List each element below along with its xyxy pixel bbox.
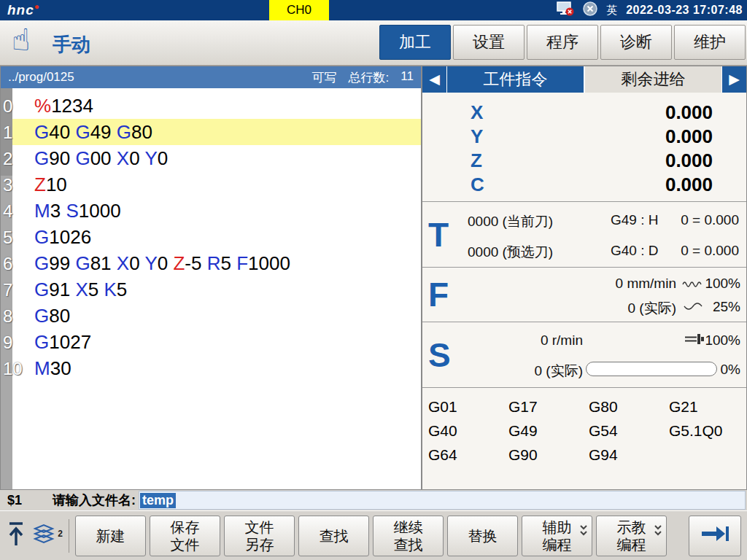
editor-lines: 0%12341G40 G49 G802G90 G00 X0 Y03Z104M3 …	[1, 88, 421, 381]
line-code: G40 G49 G80	[34, 121, 152, 143]
replace-button[interactable]: 替换	[447, 516, 518, 556]
d-comp-value: 0 = 0.000	[681, 243, 739, 259]
spindle-icon	[684, 332, 705, 349]
spindle-speed: 0 r/min	[541, 332, 583, 349]
line-code: G90 G00 X0 Y0	[34, 147, 168, 169]
spindle-load: 0%	[721, 362, 740, 378]
editor-line[interactable]: 4M3 S1000	[1, 198, 421, 224]
find-next-button[interactable]: 继续 查找	[373, 516, 444, 556]
axis-name: C	[471, 174, 484, 196]
teach-programming-button[interactable]: 示教 编程	[596, 516, 667, 556]
status-header: ◀ 工件指令 剩余进给 ▶	[422, 66, 746, 93]
line-number: 7	[3, 277, 12, 303]
editor-line[interactable]: 5G1026	[1, 224, 421, 250]
command-line: $1 请输入文件名: temp	[0, 490, 747, 510]
editor-line[interactable]: 10M30	[1, 355, 421, 381]
editor-line[interactable]: 6G99 G81 X0 Y0 Z-5 R5 F1000	[1, 250, 421, 276]
tab-settings[interactable]: 设置	[453, 25, 525, 60]
gcode-cell	[669, 446, 746, 464]
button-label: 继续	[394, 518, 423, 536]
menu-page-indicator: 2	[58, 529, 63, 539]
h-comp-value: 0 = 0.000	[681, 212, 739, 228]
circle-x-icon[interactable]	[583, 1, 597, 19]
line-code: %1234	[34, 95, 93, 117]
spindle-block: S 0 r/min 100% 0 (实际) 0%	[422, 322, 746, 388]
feed-rate: 0 mm/min	[616, 276, 676, 292]
channel-label: $1	[0, 493, 53, 508]
button-label: 编程	[617, 536, 646, 553]
filename-input[interactable]: temp	[139, 491, 746, 510]
save-as-button[interactable]: 文件 另存	[224, 516, 295, 556]
button-label: 新建	[96, 527, 125, 545]
double-chevron-icon	[654, 524, 662, 541]
button-label: 辅助	[543, 518, 572, 536]
axis-value: 0.000	[665, 149, 713, 172]
gcode-cell: G21	[669, 398, 746, 416]
toolbar-left-icons: 2	[0, 521, 61, 551]
axis-row: Y0.000	[422, 125, 746, 149]
axis-name: X	[471, 101, 483, 124]
line-number: 6	[3, 251, 12, 277]
mode-bar: ☝ 手动 加工 设置 程序 诊断 维护	[0, 20, 747, 66]
editor-line[interactable]: 9G1027	[1, 329, 421, 355]
gcode-cell: G01	[428, 398, 508, 416]
program-editor: ../prog/0125 可写 总行数: 11 0%12341G40 G49 G…	[0, 66, 422, 490]
axis-row: Z0.000	[422, 149, 746, 174]
gcode-cell: G49	[508, 422, 589, 440]
prev-page-icon[interactable]: ◀	[422, 66, 446, 93]
current-tool: 0000 (当前刀)	[468, 212, 553, 231]
input-language-indicator[interactable]: 英	[606, 4, 617, 18]
feed-actual-override: 25%	[713, 299, 740, 315]
selected-text[interactable]: temp	[140, 493, 176, 508]
return-top-icon[interactable]	[6, 521, 26, 551]
line-code: G1027	[34, 331, 91, 353]
total-lines-label: 总行数:	[349, 69, 390, 86]
menu-layers-icon[interactable]: 2	[32, 523, 57, 549]
preselect-tool: 0000 (预选刀)	[468, 243, 553, 262]
editor-line[interactable]: 0%1234	[1, 93, 421, 119]
tab-remaining-feed[interactable]: 剩余进给	[584, 66, 722, 93]
editor-line[interactable]: 3Z10	[1, 171, 421, 198]
tab-workpiece-command[interactable]: 工件指令	[446, 66, 584, 93]
tab-program[interactable]: 程序	[527, 25, 598, 60]
editor-body[interactable]: 0%12341G40 G49 G802G90 G00 X0 Y03Z104M3 …	[1, 88, 421, 489]
tab-maintenance[interactable]: 维护	[674, 25, 746, 60]
axes-position-block: X0.000 Y0.000 Z0.000 C0.000	[422, 93, 746, 202]
axis-row: X0.000	[422, 101, 746, 125]
editor-line[interactable]: 8G80	[1, 303, 421, 329]
next-menu-button[interactable]	[689, 516, 741, 556]
logo-text: hnc	[7, 2, 34, 18]
editor-line[interactable]: 7G91 X5 K5	[1, 276, 421, 303]
next-menu-arrow-icon	[700, 524, 730, 548]
find-button[interactable]: 查找	[298, 516, 369, 556]
axis-name: Y	[471, 125, 483, 148]
next-page-icon[interactable]: ▶	[722, 66, 746, 93]
filename-prompt: 请输入文件名:	[53, 491, 136, 509]
gcode-cell: G17	[508, 398, 589, 416]
line-number: 9	[3, 330, 12, 356]
spindle-load-bar	[586, 362, 717, 376]
editor-line[interactable]: 1G40 G49 G80	[1, 119, 421, 145]
manual-mode-hand-icon: ☝	[12, 22, 31, 58]
editor-meta: 可写 总行数: 11	[312, 69, 414, 86]
titlebar-status-cluster: 英 2022-03-23 17:07:48	[557, 0, 743, 20]
toolbar-separator	[69, 519, 69, 553]
gcode-cell: G90	[508, 446, 589, 464]
writable-flag: 可写	[312, 69, 337, 86]
status-panel: ◀ 工件指令 剩余进给 ▶ X0.000 Y0.000 Z0.000 C0.00…	[422, 66, 747, 490]
axis-value: 0.000	[665, 101, 713, 124]
softkey-toolbar: 2 新建 保存 文件 文件 另存 查找 继续 查找 替换 辅助	[0, 510, 747, 560]
tab-diagnosis[interactable]: 诊断	[600, 25, 672, 60]
new-file-button[interactable]: 新建	[75, 516, 146, 556]
network-offline-icon	[557, 1, 574, 20]
aux-programming-button[interactable]: 辅助 编程	[522, 516, 592, 556]
axis-row: C0.000	[422, 174, 746, 198]
editor-line[interactable]: 2G90 G00 X0 Y0	[1, 145, 421, 171]
save-file-button[interactable]: 保存 文件	[150, 516, 220, 556]
feed-override: 100%	[705, 276, 740, 292]
line-number: 2	[3, 146, 12, 172]
button-label: 编程	[543, 536, 572, 553]
tab-machining[interactable]: 加工	[379, 25, 451, 60]
clock: 2022-03-23 17:07:48	[626, 4, 743, 17]
main-tabs: 加工 设置 程序 诊断 维护	[379, 25, 746, 60]
